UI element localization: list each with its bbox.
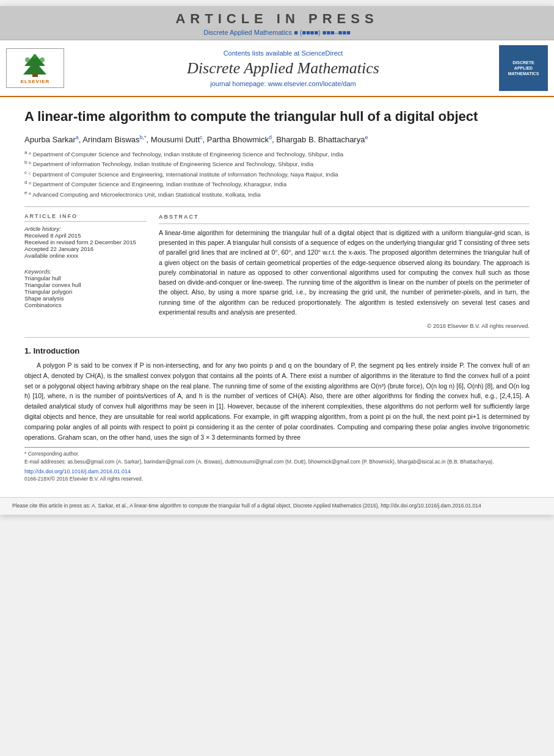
doi-line[interactable]: http://dx.doi.org/10.1016/j.dam.2016.01.…: [24, 468, 530, 474]
abstract-column: ABSTRACT A linear-time algorithm for det…: [159, 213, 530, 331]
article-title: A linear-time algorithm to compute the t…: [24, 108, 530, 126]
info-abstract-columns: ARTICLE INFO Article history: Received 8…: [24, 213, 530, 331]
email-footnote: E-mail addresses: as.besu@gmail.com (A. …: [24, 458, 530, 466]
page: ARTICLE IN PRESS Discrete Applied Mathem…: [0, 6, 554, 515]
received-date: Received 8 April 2015: [24, 232, 81, 239]
author-arindam: Arindam Biswasb,*,: [82, 135, 150, 144]
footer-citation: Please cite this article in press as: A.…: [0, 497, 554, 515]
author-apurba: Apurba Sarkara,: [24, 135, 82, 144]
keyword-2: Triangular convex hull: [24, 282, 81, 288]
revised-date: Received in revised form 2 December 2015: [24, 239, 136, 245]
keyword-3: Triangular polygon: [24, 288, 72, 295]
article-info-header: ARTICLE INFO: [24, 213, 147, 222]
intro-body: A polygon P is said to be convex if P is…: [24, 360, 530, 442]
author-bhargab: Bhargab B. Bhattacharyae: [276, 135, 368, 144]
dam-logo: DISCRETEAPPLIEDMATHEMATICS: [499, 45, 548, 91]
aip-subtitle: Discrete Applied Mathematics ■ (■■■■) ■■…: [0, 29, 554, 36]
keyword-4: Shape analysis: [24, 295, 64, 302]
svg-point-3: [40, 57, 45, 62]
journal-name: Discrete Applied Mathematics: [76, 59, 490, 78]
elsevier-wordmark: ELSEVIER: [21, 79, 50, 84]
affiliation-a: a ᵃ Department of Computer Science and T…: [24, 149, 530, 159]
introduction-section: 1. Introduction A polygon P is said to b…: [24, 346, 530, 442]
affiliations: a ᵃ Department of Computer Science and T…: [24, 149, 530, 199]
affiliation-e: e ᵉ Advanced Computing and Microelectron…: [24, 189, 530, 199]
online-date: Available online xxxx: [24, 252, 78, 259]
abstract-header: ABSTRACT: [159, 213, 530, 224]
author-mousumi: Mousumi Duttc,: [151, 135, 207, 144]
intro-paragraph-1: A polygon P is said to be convex if P is…: [24, 360, 530, 442]
svg-point-4: [33, 54, 37, 58]
keyword-1: Triangular hull: [24, 275, 61, 282]
history-label: Article history:: [24, 225, 147, 232]
accepted-date: Accepted 22 January 2016: [24, 245, 93, 252]
intro-heading: 1. Introduction: [24, 346, 530, 355]
author-partha: Partha Bhowmickd,: [207, 135, 276, 144]
journal-homepage: journal homepage: www.elsevier.com/locat…: [76, 80, 490, 87]
journal-header: ELSEVIER Contents lists available at Sci…: [0, 40, 554, 97]
footnote-bar: * Corresponding author. E-mail addresses…: [24, 447, 530, 482]
license-line: 0166-218X/© 2016 Elsevier B.V. All right…: [24, 476, 530, 482]
keyword-5: Combinatorics: [24, 302, 62, 308]
main-content: A linear-time algorithm to compute the t…: [0, 97, 554, 491]
divider-2: [24, 337, 530, 338]
journal-center: Contents lists available at ScienceDirec…: [76, 49, 490, 87]
article-info-column: ARTICLE INFO Article history: Received 8…: [24, 213, 147, 331]
svg-point-2: [25, 57, 30, 62]
copyright-line: © 2016 Elsevier B.V. All rights reserved…: [159, 322, 530, 331]
article-history: Article history: Received 8 April 2015 R…: [24, 225, 147, 259]
aip-banner: ARTICLE IN PRESS Discrete Applied Mathem…: [0, 6, 554, 40]
corresponding-author-note: * Corresponding author.: [24, 450, 530, 458]
affiliation-c: c ᶜ Department of Computer Science and E…: [24, 169, 530, 179]
authors: Apurba Sarkara, Arindam Biswasb,*, Mousu…: [24, 134, 530, 144]
elsevier-logo: ELSEVIER: [6, 48, 67, 88]
abstract-text: A linear-time algorithm for determining …: [159, 228, 530, 317]
affiliation-d: d ᵈ Department of Computer Science and E…: [24, 179, 530, 189]
keywords-label: Keywords:: [24, 268, 147, 275]
divider-1: [24, 206, 530, 207]
sciencedirect-link[interactable]: Contents lists available at ScienceDirec…: [76, 49, 490, 57]
elsevier-tree-icon: [18, 53, 52, 77]
keywords-section: Keywords: Triangular hull Triangular con…: [24, 268, 147, 308]
aip-title: ARTICLE IN PRESS: [0, 11, 554, 27]
affiliation-b: b ᵇ Department of Information Technology…: [24, 159, 530, 169]
